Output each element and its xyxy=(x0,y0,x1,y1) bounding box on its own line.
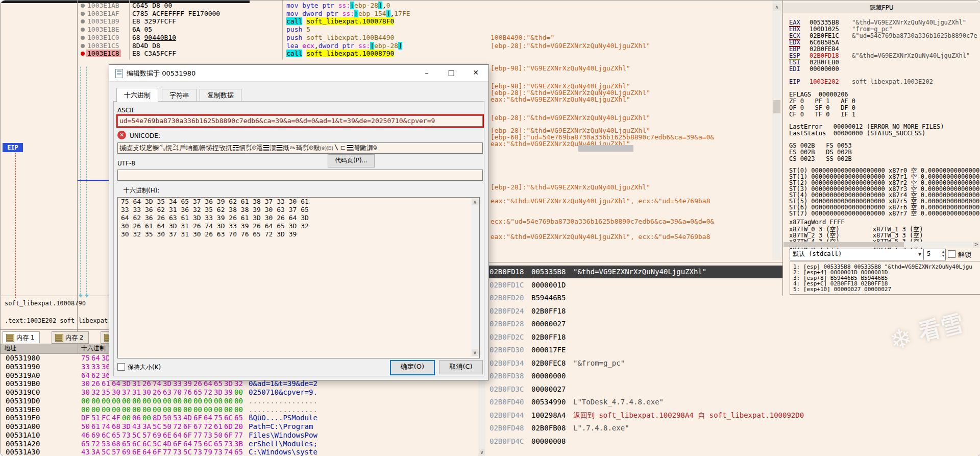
register-label[interactable]: EDI xyxy=(789,65,800,73)
hex-line: 30 32 35 30 37 31 30 26 63 70 76 65 72 3… xyxy=(118,230,479,238)
register-label[interactable]: ESI xyxy=(789,59,800,66)
disasm-row[interactable]: 1003E1C068 90440B10push soft_libexpat.10… xyxy=(1,34,781,42)
keep-size-checkbox[interactable] xyxy=(117,363,125,371)
disasm-scrollbar[interactable] xyxy=(772,1,781,260)
disasm-row[interactable]: 1003E1C58D4D D8lea ecx,dword ptr ss:[ebp… xyxy=(1,42,781,50)
stack-row[interactable]: 02B0FD4000534990L"ToDesk_4.7.4.8.exe" xyxy=(485,396,980,409)
register-value[interactable]: 02B0FE1C xyxy=(810,32,839,39)
bullet-icon[interactable] xyxy=(81,28,85,32)
stack-row[interactable]: 02B0FD4802B0FB08L".7.4.8.exe" xyxy=(485,422,980,435)
dump-row[interactable]: 005319E000000000000000000000000000000000… xyxy=(1,405,485,414)
stack-row[interactable]: 02B0FD3402B0FEC8"&from=g_pc" xyxy=(485,357,980,370)
arg-count-spinner[interactable]: 5▲▼ xyxy=(923,249,946,260)
disasm-scroll-thumb[interactable] xyxy=(773,100,780,113)
stack-row[interactable]: 02B0FD44100298A4返回到 soft_libexpat.100298… xyxy=(485,409,980,422)
dump-row[interactable]: 005319F0DF51FC4F0006008D50534D6F64756C65… xyxy=(1,414,485,422)
dump-ascii: 0&ad=1&t=39&de=2 xyxy=(249,379,317,388)
dump-byte: 26 xyxy=(153,388,161,397)
stack-row[interactable]: 02B0FD4C00000008 xyxy=(485,435,980,448)
disasm-row[interactable]: 1003E1ABC645 D8 00mov byte ptr ss:[ebp-2… xyxy=(1,2,781,10)
dump-row[interactable]: 005319B0302661643D3126743D33392664653D32… xyxy=(1,379,485,388)
bullet-icon[interactable] xyxy=(81,12,85,16)
disasm-row[interactable]: 1003E1B9E8 3297FCFFcall soft_libexpat.10… xyxy=(1,17,781,26)
bullet-icon[interactable] xyxy=(81,4,85,8)
tab-memory-1[interactable]: 内存 1 xyxy=(3,331,40,344)
dump-byte: 75 xyxy=(81,354,90,363)
maximize-button[interactable]: □ xyxy=(439,65,463,81)
register-value[interactable]: 100D1025 xyxy=(810,26,839,33)
register-value[interactable]: 02B0FE84 xyxy=(810,45,839,53)
dump-byte: 30 xyxy=(142,388,151,397)
register-label[interactable]: EBP xyxy=(789,45,800,53)
codepage-button[interactable]: 代码页(P)... xyxy=(328,154,375,167)
disasm-row[interactable]: 1003E1AFC785 ACFEFFFF FE170000mov dword … xyxy=(1,10,781,18)
call-argument-row[interactable]: 5: [esp+10] 00000027 00000027 xyxy=(793,286,891,293)
hex-scroll-up[interactable]: ∧ xyxy=(472,199,478,205)
register-value[interactable]: 00000000 xyxy=(810,65,839,73)
register-value[interactable]: 1003E202 xyxy=(810,78,839,85)
registers-hscroll-right[interactable]: > xyxy=(973,242,979,248)
call-arguments-box[interactable]: 1: [esp] 005335B8 005335B8 "&thd=VG9EZXN… xyxy=(790,261,980,295)
dialog-titlebar[interactable]: 编辑数据于 00531980 – □ ✕ xyxy=(109,65,488,82)
disasm-address: 1003E1B9 xyxy=(87,17,119,25)
register-label[interactable]: EIP xyxy=(789,78,800,85)
unlock-checkbox[interactable] xyxy=(948,250,955,258)
register-value[interactable]: 02B0FEB0 xyxy=(810,59,839,66)
breakpoint-icon[interactable] xyxy=(81,52,85,56)
dump-byte: 5C xyxy=(153,440,161,448)
dump-byte: 4D xyxy=(183,414,192,422)
stack-scroll-down[interactable]: ∨ xyxy=(479,449,485,455)
tab-copy-data[interactable]: 复制数据 xyxy=(200,89,241,102)
calling-convention-select[interactable]: 默认 (stdcall)▼ xyxy=(790,249,924,260)
hide-fpu-button[interactable]: 隐藏FPU xyxy=(783,3,980,13)
dump-ascii: Files\WindowsPow xyxy=(249,431,317,440)
close-button[interactable]: ✕ xyxy=(463,65,488,81)
jump-line-blue xyxy=(77,180,109,181)
hex-textarea-scrollbar[interactable]: ∧ ∨ xyxy=(471,198,479,356)
ok-button[interactable]: 确定(O) xyxy=(390,360,435,375)
bullet-icon[interactable] xyxy=(81,36,85,40)
bullet-icon[interactable] xyxy=(81,19,85,23)
jump-line-cyan-2 xyxy=(86,67,87,295)
minimize-button[interactable]: – xyxy=(414,65,439,81)
disasm-row[interactable]: 1003E1C8E8 C3A5FCFFcall soft_libexpat.10… xyxy=(1,50,781,58)
stack-row[interactable]: 02B0FD18005335B8"&thd=VG9EZXNrXzQuNy40Lj… xyxy=(485,266,790,278)
stack-row[interactable]: 02B0FD3800000000 xyxy=(485,370,980,382)
dump-row[interactable]: 005319D000000000000000000000000000000000… xyxy=(1,397,485,405)
dump-byte: 75 xyxy=(214,414,223,422)
dump-byte: 73 xyxy=(173,448,182,456)
ascii-input[interactable]: ud=54e769ba8730a336b1625b8890c7edb6&ca=3… xyxy=(117,115,483,127)
register-value[interactable]: 005335B8 xyxy=(810,19,839,26)
debugger-window: EIP 1003E1ABC645 D8 00mov byte ptr ss:[e… xyxy=(0,0,980,456)
dump-byte: 68 xyxy=(112,422,120,431)
dump-row[interactable]: 00531A00506174683D433A5C50726F6772616D20… xyxy=(1,422,485,431)
disasm-row[interactable]: 1003E1BE6A 05push 5 xyxy=(1,26,781,34)
utf8-input[interactable] xyxy=(117,170,483,181)
hex-scroll-down[interactable]: ∨ xyxy=(472,349,478,356)
register-value[interactable]: 6C68585A xyxy=(810,39,839,46)
unlock-label: 解锁 xyxy=(958,250,971,259)
disasm-scroll-up[interactable]: ∧ xyxy=(773,4,781,11)
dump-header-address[interactable]: 地址 xyxy=(1,344,78,354)
tab-string[interactable]: 字符串 xyxy=(162,89,197,102)
dump-row[interactable]: 005319C0303235303731302663707665723D3900… xyxy=(1,388,485,397)
error-icon: ✕ xyxy=(117,131,126,139)
stack-row[interactable]: 02B0FD3C00000027 xyxy=(485,383,980,396)
dump-row[interactable]: 00531A1046696C65735C57696E646F7773506F77… xyxy=(1,431,485,440)
registers-hscroll-thumb[interactable] xyxy=(783,242,904,247)
register-value[interactable]: 02B0FD18 xyxy=(810,52,839,59)
dump-byte: 6C xyxy=(132,440,141,448)
disasm-instruction: mov dword ptr ss:[ebp-154],17FE xyxy=(286,10,410,17)
disasm-bytes: 68 90440B10 xyxy=(132,34,176,41)
stack-row[interactable]: 02B0FD2402B0FF18 xyxy=(485,305,980,318)
dump-byte: 3D xyxy=(122,422,131,431)
tab-hex[interactable]: 十六进制 xyxy=(116,88,158,102)
dump-row[interactable]: 00531A2065725368656C6C5C4D6F64756C65733B… xyxy=(1,440,485,448)
cancel-button[interactable]: 取消(C) xyxy=(439,360,483,374)
unicode-input[interactable]: 摵㔽攴㘷戹㡡㌷愰㌳戶㘱㔲㡢㤸挰攷扤☶慣㌽☹㵡☰㵤☰摡ㄽ琦㌽☹敤㈽㈰〵ㄷ☰灣敶㵲9 xyxy=(117,142,483,154)
hex-editor-textarea[interactable]: 75 64 3D 35 34 65 37 36 39 62 61 38 37 3… xyxy=(117,197,480,358)
register-label[interactable]: EBX xyxy=(789,26,800,33)
tab-memory-2[interactable]: 内存 2 xyxy=(52,331,89,344)
bullet-icon[interactable] xyxy=(81,44,85,48)
dump-row[interactable]: 00531A30433A5C57696E646F77735C7379737465… xyxy=(1,448,485,456)
